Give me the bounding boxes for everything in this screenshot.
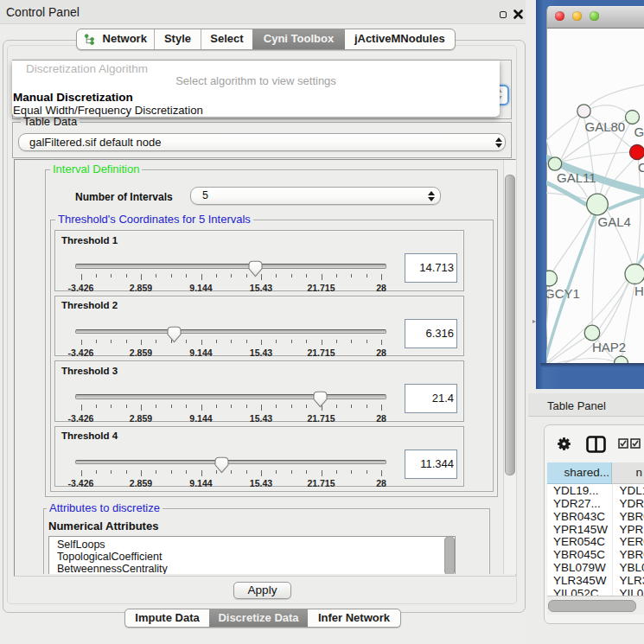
svg-text:GCY1: GCY1 <box>546 286 580 301</box>
svg-text:GAL4: GAL4 <box>597 214 630 229</box>
svg-text:C: C <box>638 160 644 175</box>
svg-text:G.: G. <box>634 124 644 139</box>
svg-text:GAL80: GAL80 <box>584 119 625 134</box>
svg-text:GAL11: GAL11 <box>557 170 596 185</box>
svg-text:HAP2: HAP2 <box>592 340 626 354</box>
svg-text:H: H <box>634 284 644 298</box>
